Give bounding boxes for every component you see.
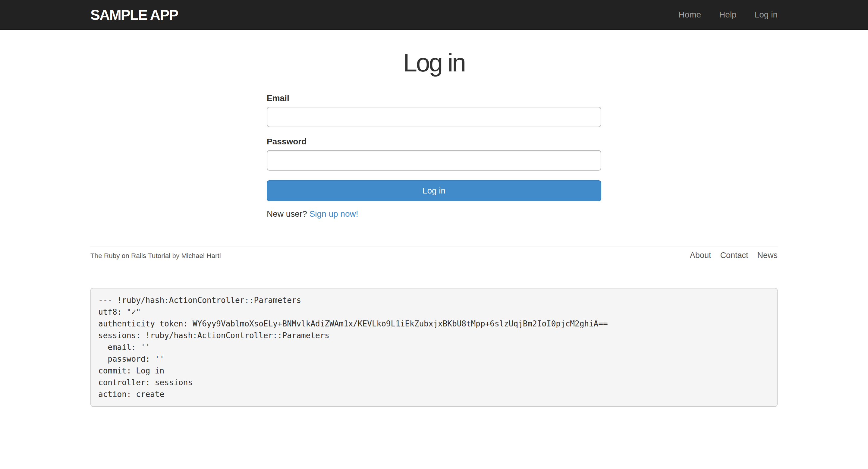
navbar-container: SAMPLE APP Home Help Log in bbox=[82, 0, 786, 30]
footer-author-link[interactable]: Michael Hartl bbox=[181, 252, 221, 259]
page-title: Log in bbox=[90, 49, 778, 76]
navbar: SAMPLE APP Home Help Log in bbox=[0, 0, 868, 30]
debug-line: password: '' bbox=[98, 353, 770, 365]
password-group: Password bbox=[267, 137, 601, 170]
main-container: Log in Email Password Log in New user? S… bbox=[82, 49, 786, 407]
nav-item-home: Home bbox=[678, 10, 701, 20]
nav-item-help: Help bbox=[719, 10, 737, 20]
debug-params-box: --- !ruby/hash:ActionController::Paramet… bbox=[90, 288, 778, 407]
footer-link-contact[interactable]: Contact bbox=[720, 251, 748, 260]
footer-credit-prefix: The bbox=[90, 252, 102, 259]
footer-tutorial-link[interactable]: Ruby on Rails Tutorial bbox=[104, 252, 170, 259]
signup-line: New user? Sign up now! bbox=[267, 209, 601, 219]
footer-item-about: About bbox=[690, 251, 711, 260]
debug-line: email: '' bbox=[98, 342, 770, 353]
nav-item-login: Log in bbox=[755, 10, 778, 20]
footer-link-news[interactable]: News bbox=[757, 251, 778, 260]
footer-item-contact: Contact bbox=[720, 251, 748, 260]
debug-line: --- !ruby/hash:ActionController::Paramet… bbox=[98, 294, 770, 306]
main-content: Log in Email Password Log in New user? S… bbox=[0, 30, 868, 407]
footer-credit-by: by bbox=[172, 252, 179, 259]
nav-link-login[interactable]: Log in bbox=[755, 10, 778, 19]
login-submit-button[interactable]: Log in bbox=[267, 180, 601, 201]
footer: The Ruby on Rails Tutorial by Michael Ha… bbox=[90, 247, 778, 260]
nav-link-home[interactable]: Home bbox=[678, 10, 701, 19]
password-field[interactable] bbox=[267, 150, 601, 170]
footer-link-about[interactable]: About bbox=[690, 251, 711, 260]
debug-line: commit: Log in bbox=[98, 365, 770, 377]
navbar-links: Home Help Log in bbox=[660, 10, 778, 20]
footer-nav: About Contact News bbox=[681, 251, 778, 260]
password-label: Password bbox=[267, 137, 601, 147]
footer-credit: The Ruby on Rails Tutorial by Michael Ha… bbox=[90, 252, 221, 260]
debug-line: sessions: !ruby/hash:ActionController::P… bbox=[98, 330, 770, 342]
footer-item-news: News bbox=[757, 251, 778, 260]
email-field[interactable] bbox=[267, 107, 601, 127]
debug-line: action: create bbox=[98, 388, 770, 400]
app-logo[interactable]: SAMPLE APP bbox=[90, 7, 178, 23]
signup-prompt: New user? bbox=[267, 209, 307, 219]
email-label: Email bbox=[267, 93, 601, 103]
login-form: Email Password Log in New user? Sign up … bbox=[267, 93, 601, 219]
debug-line: authenticity_token: WY6yy9VablmoXsoELy+B… bbox=[98, 318, 770, 330]
debug-line: utf8: "✓" bbox=[98, 306, 770, 318]
nav-link-help[interactable]: Help bbox=[719, 10, 737, 19]
signup-link[interactable]: Sign up now! bbox=[310, 209, 358, 219]
email-group: Email bbox=[267, 93, 601, 127]
debug-line: controller: sessions bbox=[98, 377, 770, 388]
